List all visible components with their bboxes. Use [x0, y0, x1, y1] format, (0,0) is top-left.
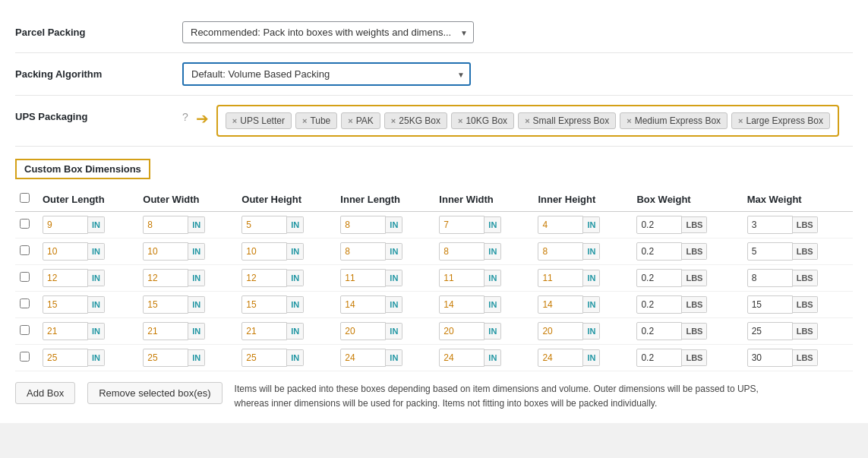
row-5-inner_height-input[interactable]	[538, 349, 583, 367]
row-4-outer_length-input[interactable]	[43, 322, 88, 340]
remove-selected-button[interactable]: Remove selected box(es)	[87, 382, 222, 404]
packing-algorithm-select[interactable]: Default: Volume Based Packing	[182, 62, 471, 86]
tag-remove-pak[interactable]: ×	[348, 116, 352, 125]
row-5-max-weight-cell: LBS	[743, 345, 853, 371]
row-3-outer_width-input[interactable]	[143, 295, 188, 314]
tag-remove-small-express-box[interactable]: ×	[525, 116, 529, 125]
col-header-inner-length: Inner Length	[336, 188, 434, 212]
row-2-inner_height-input[interactable]	[538, 269, 583, 287]
row-5-max-weight-input[interactable]	[747, 349, 793, 367]
row-4-inner_length-unit: IN	[386, 323, 402, 340]
row-2-outer_length-input[interactable]	[43, 269, 88, 287]
tag-large-express-box[interactable]: × Large Express Box	[731, 112, 830, 129]
row-1-checkbox[interactable]	[20, 245, 30, 255]
tag-small-express-box[interactable]: × Small Express Box	[518, 112, 616, 129]
row-3-checkbox[interactable]	[20, 298, 30, 308]
tag-25kg-box[interactable]: × 25KG Box	[384, 112, 447, 129]
add-box-button[interactable]: Add Box	[15, 382, 75, 404]
tag-remove-large-express-box[interactable]: ×	[738, 116, 743, 125]
row-1-inner_length-cell: IN	[336, 238, 434, 265]
row-1-outer_width-input[interactable]	[143, 242, 188, 261]
tag-10kg-box[interactable]: × 10KG Box	[451, 112, 514, 129]
row-3-inner_width-input[interactable]	[439, 295, 485, 314]
tag-remove-tube[interactable]: ×	[302, 116, 307, 125]
tag-remove-10kg-box[interactable]: ×	[458, 116, 462, 125]
row-2-checkbox[interactable]	[20, 272, 30, 282]
tag-remove-medium-express-box[interactable]: ×	[627, 116, 631, 125]
row-2-inner_width-input[interactable]	[439, 269, 485, 287]
col-header-checkbox	[15, 188, 38, 212]
row-0-outer_width-input[interactable]	[143, 216, 188, 234]
row-0-max-weight-input[interactable]	[747, 216, 793, 234]
row-0-inner_width-input[interactable]	[439, 216, 485, 234]
row-checkbox-cell	[15, 318, 38, 345]
row-4-checkbox[interactable]	[20, 325, 30, 335]
row-1-inner_width-input[interactable]	[439, 242, 485, 261]
row-0-inner_length-input[interactable]	[340, 216, 386, 234]
row-5-checkbox[interactable]	[20, 352, 30, 362]
row-1-max-weight-input[interactable]	[747, 242, 793, 261]
row-1-inner_length-unit: IN	[386, 243, 402, 260]
row-5-inner_length-input[interactable]	[340, 349, 386, 367]
row-5-outer_length-input[interactable]	[43, 349, 88, 367]
row-2-outer_height-input[interactable]	[241, 269, 287, 287]
row-2-outer_width-input[interactable]	[143, 269, 188, 287]
tag-pak[interactable]: × PAK	[341, 112, 380, 129]
row-4-max-weight-input[interactable]	[747, 322, 793, 340]
row-1-outer_length-input[interactable]	[43, 242, 88, 261]
row-0-inner_height-cell: IN	[533, 212, 632, 238]
box-table: Outer Length Outer Width Outer Height In…	[15, 188, 853, 371]
row-3-outer_length-input[interactable]	[43, 295, 88, 314]
tag-ups-letter[interactable]: × UPS Letter	[226, 112, 292, 129]
table-row: ININININININLBSLBS	[15, 318, 853, 345]
row-2-inner_height-unit: IN	[583, 270, 600, 286]
row-0-inner_height-input[interactable]	[538, 216, 583, 234]
row-0-outer_height-input[interactable]	[241, 216, 287, 234]
row-2-max-weight-cell: LBS	[743, 265, 853, 292]
ups-packaging-tags-container: × UPS Letter × Tube × PAK × 25KG Box × 1…	[216, 105, 839, 137]
row-1-inner_height-input[interactable]	[538, 242, 583, 261]
row-5-outer_width-input[interactable]	[143, 349, 188, 367]
row-5-inner_width-input[interactable]	[439, 349, 485, 367]
row-1-max-weight-unit: LBS	[793, 243, 818, 260]
row-0-outer_length-input[interactable]	[43, 216, 88, 234]
row-0-outer_height-cell: IN	[237, 212, 336, 238]
row-2-inner_length-input[interactable]	[340, 269, 386, 287]
row-5-outer_height-input[interactable]	[241, 349, 287, 367]
row-1-outer_height-input[interactable]	[241, 242, 287, 261]
row-2-max-weight-input[interactable]	[747, 269, 793, 287]
row-2-outer_width-unit: IN	[188, 270, 205, 286]
row-3-outer_height-cell: IN	[237, 292, 336, 318]
row-5-outer_width-cell: IN	[138, 345, 237, 371]
row-1-inner_length-input[interactable]	[340, 242, 386, 261]
row-2-outer_width-cell: IN	[138, 265, 237, 292]
help-icon[interactable]: ?	[182, 111, 188, 123]
row-4-inner_width-cell: IN	[434, 318, 533, 345]
row-4-inner_width-input[interactable]	[439, 322, 485, 340]
row-3-inner_length-input[interactable]	[340, 295, 386, 314]
row-3-inner_height-input[interactable]	[538, 295, 583, 314]
select-all-checkbox[interactable]	[20, 193, 30, 203]
row-2-box-weight-input[interactable]	[636, 269, 682, 287]
row-1-box-weight-cell: LBS	[632, 238, 742, 265]
tag-medium-express-box[interactable]: × Medium Express Box	[620, 112, 728, 129]
tag-tube[interactable]: × Tube	[295, 112, 337, 129]
row-4-inner_length-input[interactable]	[340, 322, 386, 340]
row-4-inner_height-unit: IN	[583, 323, 600, 340]
row-5-box-weight-input[interactable]	[636, 349, 682, 367]
row-4-outer_height-input[interactable]	[241, 322, 287, 340]
row-4-outer_width-input[interactable]	[143, 322, 188, 340]
row-0-box-weight-input[interactable]	[636, 216, 682, 234]
row-0-checkbox[interactable]	[20, 219, 30, 229]
parcel-packing-select[interactable]: Recommended: Pack into boxes with weight…	[182, 21, 474, 43]
row-3-max-weight-input[interactable]	[747, 295, 793, 314]
row-1-box-weight-input[interactable]	[636, 242, 682, 261]
row-4-inner_height-input[interactable]	[538, 322, 583, 340]
row-3-box-weight-input[interactable]	[636, 295, 682, 314]
row-4-box-weight-input[interactable]	[636, 322, 682, 340]
row-3-outer_height-input[interactable]	[241, 295, 287, 314]
tag-remove-ups-letter[interactable]: ×	[232, 116, 237, 125]
tag-remove-25kg-box[interactable]: ×	[391, 116, 396, 125]
row-5-inner_height-unit: IN	[583, 349, 600, 366]
row-checkbox-cell	[15, 265, 38, 292]
